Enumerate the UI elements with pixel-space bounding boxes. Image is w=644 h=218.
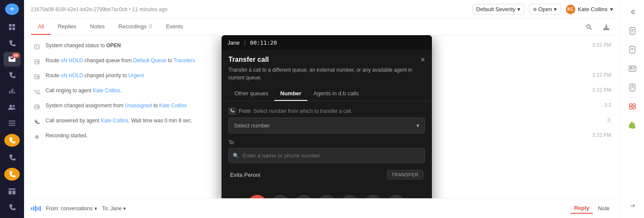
sidebar-icon-chart[interactable]	[3, 84, 21, 98]
to-selector[interactable]: To: Jane ▾	[102, 206, 126, 212]
sidebar-icon-phone4[interactable]	[3, 200, 21, 215]
system-icon	[33, 42, 41, 51]
severity-dropdown[interactable]: Default Severity ▾	[472, 4, 524, 15]
chevron-down-icon: ▾	[610, 6, 613, 12]
transfer-modal: Jane | 00:11:20 Transfer call × Transfer…	[222, 35, 432, 198]
svg-point-36	[630, 67, 632, 69]
pause-button[interactable]	[364, 195, 383, 198]
swap-button[interactable]	[340, 195, 359, 198]
search-icon: 🔍	[233, 153, 239, 159]
collapse-panel-button[interactable]	[624, 3, 641, 21]
sidebar-icon-phone2[interactable]	[3, 68, 21, 82]
activity-time: 3:32 PM	[592, 42, 611, 48]
sidebar-icon-phone3[interactable]	[3, 150, 21, 164]
modal-body: From Select number from which to transfe…	[222, 101, 432, 189]
add-button[interactable]: +	[5, 3, 19, 15]
main-content: 21670a08-816f-42e1-b42e-2799be7ac0cb • 1…	[24, 0, 620, 218]
from-label-row: From Select number from which to transfe…	[228, 107, 425, 115]
modal-description: Transfer a call to a different queue, an…	[222, 64, 432, 87]
svg-rect-6	[9, 121, 15, 121]
ticket-id: 21670a08-816f-42e1-b42e-2799be7ac0cb • 1…	[31, 6, 167, 12]
sidebar-icon-phone1[interactable]	[3, 36, 21, 50]
search-input[interactable]	[228, 148, 425, 163]
tab-notes[interactable]: Notes	[83, 19, 112, 35]
search-wrap: 🔍	[228, 148, 425, 163]
modal-close-button[interactable]: ×	[420, 56, 425, 64]
document-icon-btn[interactable]	[624, 22, 641, 39]
route-icon	[33, 73, 41, 81]
to-label: To	[228, 139, 425, 145]
chevron-down-icon: ▾	[123, 206, 126, 212]
note-button[interactable]: Note	[595, 203, 613, 213]
mute-button[interactable]	[271, 195, 290, 198]
id-card-icon-btn[interactable]	[624, 60, 641, 77]
route-icon	[33, 58, 41, 66]
video-button[interactable]	[294, 195, 313, 198]
record-icon	[33, 133, 41, 141]
shopify-icon-btn[interactable]	[624, 117, 641, 134]
call-name: Jane	[228, 39, 240, 46]
bottom-bar: From: conversations ▾ To: Jane ▾ Reply N…	[24, 198, 620, 218]
modal-tab-number[interactable]: Number	[274, 87, 307, 101]
topbar-right: Default Severity ▾ Open ▾ KC Kate Collin…	[472, 4, 613, 15]
svg-rect-43	[629, 104, 632, 106]
call-timer: 00:11:20	[250, 39, 277, 46]
tab-replies[interactable]: Replies	[51, 19, 83, 35]
hangup-button[interactable]	[248, 195, 267, 198]
sidebar-icon-team[interactable]	[3, 100, 21, 114]
svg-point-12	[587, 24, 590, 28]
call-controls	[222, 189, 432, 198]
sidebar-icon-grid[interactable]	[3, 20, 21, 34]
svg-point-4	[9, 105, 12, 107]
sidebar-orange-1[interactable]	[4, 134, 20, 147]
chevron-down-icon: ▾	[554, 6, 557, 12]
svg-rect-9	[9, 188, 15, 190]
modal-tabs: Other queues Number Agents in d.b calls	[222, 87, 432, 101]
text-doc-icon-btn[interactable]	[624, 41, 641, 58]
activity-time: 3:	[607, 117, 611, 123]
activity-time: 3:32 PM	[592, 87, 611, 93]
bottom-bar-actions: Reply Note	[571, 203, 613, 214]
svg-point-21	[36, 136, 38, 138]
modal-tab-other-queues[interactable]: Other queues	[228, 87, 274, 101]
settings-button[interactable]	[387, 195, 406, 198]
svg-rect-7	[9, 123, 15, 124]
agent-dropdown[interactable]: KC Kate Collins ▾	[566, 5, 613, 14]
tabs-actions	[582, 20, 613, 34]
call-bar: Jane | 00:11:20	[222, 35, 432, 50]
record-button[interactable]	[317, 195, 336, 198]
svg-rect-35	[629, 66, 636, 71]
modal-title: Transfer call	[228, 56, 269, 64]
svg-rect-46	[633, 107, 635, 109]
search-button[interactable]	[582, 20, 596, 34]
topbar: 21670a08-816f-42e1-b42e-2799be7ac0cb • 1…	[24, 0, 620, 19]
tab-all[interactable]: All	[31, 19, 51, 35]
svg-point-5	[13, 105, 15, 107]
from-selector[interactable]: From: conversations ▾	[46, 206, 97, 212]
reply-button[interactable]: Reply	[571, 203, 592, 214]
svg-rect-2	[9, 27, 12, 30]
call-separator: |	[244, 39, 246, 46]
sidebar-icon-inbox[interactable]: 68	[3, 52, 21, 66]
svg-rect-10	[9, 191, 12, 194]
grid-icon-btn[interactable]	[624, 98, 641, 115]
expand-panel-button[interactable]	[624, 197, 641, 215]
call-ring-icon	[33, 88, 41, 96]
transfer-button[interactable]: TRANSFER	[387, 170, 423, 179]
download-button[interactable]	[599, 20, 613, 34]
audio-wave-icon	[31, 206, 41, 212]
svg-rect-44	[633, 104, 635, 106]
chevron-down-icon: ▾	[517, 6, 520, 12]
select-number-dropdown[interactable]: Select number ▾	[228, 118, 425, 133]
chevron-down-icon: ▾	[94, 206, 97, 212]
sidebar-orange-2[interactable]	[4, 168, 20, 181]
status-dropdown[interactable]: Open ▾	[529, 4, 561, 15]
tab-recordings[interactable]: Recordings 0	[112, 19, 159, 35]
modal-tab-agents[interactable]: Agents in d.b calls	[307, 87, 365, 101]
tab-events[interactable]: Events	[159, 19, 190, 35]
sidebar-icon-table[interactable]	[3, 184, 21, 198]
sidebar-icon-list[interactable]	[3, 116, 21, 130]
notes-icon-btn[interactable]	[624, 79, 641, 96]
chevron-down-icon: ▾	[416, 122, 419, 129]
svg-point-16	[36, 45, 37, 45]
